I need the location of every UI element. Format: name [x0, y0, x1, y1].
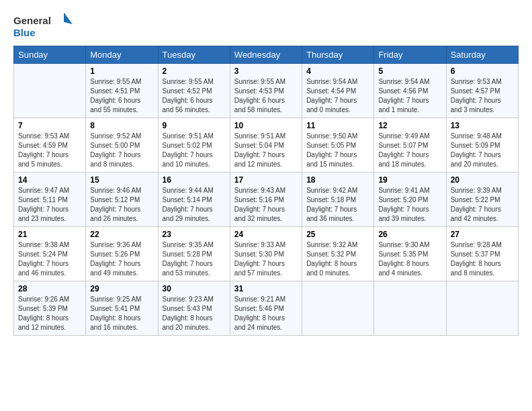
day-header-sunday: Sunday: [14, 46, 86, 64]
day-number: 8: [90, 121, 153, 130]
day-number: 22: [90, 230, 153, 239]
day-number: 17: [234, 175, 298, 185]
day-number: 13: [451, 121, 514, 130]
calendar-cell: 11Sunrise: 9:50 AM Sunset: 5:05 PM Dayli…: [302, 118, 374, 173]
day-number: 15: [90, 175, 153, 185]
day-header-wednesday: Wednesday: [230, 46, 302, 64]
week-row-1: 1Sunrise: 9:55 AM Sunset: 4:51 PM Daylig…: [14, 64, 519, 118]
calendar-cell: [446, 281, 518, 336]
logo-svg: General Blue: [13, 11, 74, 40]
day-info: Sunrise: 9:23 AM Sunset: 5:43 PM Dayligh…: [163, 295, 226, 332]
calendar-cell: 26Sunrise: 9:30 AM Sunset: 5:35 PM Dayli…: [374, 227, 446, 281]
calendar-cell: 30Sunrise: 9:23 AM Sunset: 5:43 PM Dayli…: [158, 281, 230, 336]
calendar-cell: 6Sunrise: 9:53 AM Sunset: 4:57 PM Daylig…: [446, 64, 518, 118]
week-row-2: 7Sunrise: 9:53 AM Sunset: 4:59 PM Daylig…: [14, 118, 519, 173]
day-number: 21: [18, 230, 81, 239]
day-header-thursday: Thursday: [302, 46, 374, 64]
calendar-cell: 29Sunrise: 9:25 AM Sunset: 5:41 PM Dayli…: [86, 281, 158, 336]
day-info: Sunrise: 9:30 AM Sunset: 5:35 PM Dayligh…: [378, 240, 441, 278]
calendar-cell: 28Sunrise: 9:26 AM Sunset: 5:39 PM Dayli…: [14, 281, 86, 336]
day-info: Sunrise: 9:53 AM Sunset: 4:59 PM Dayligh…: [18, 132, 81, 169]
day-number: 16: [163, 175, 226, 185]
calendar-cell: 16Sunrise: 9:44 AM Sunset: 5:14 PM Dayli…: [158, 173, 230, 227]
calendar-cell: 18Sunrise: 9:42 AM Sunset: 5:18 PM Dayli…: [302, 173, 374, 227]
calendar-cell: 5Sunrise: 9:54 AM Sunset: 4:56 PM Daylig…: [374, 64, 446, 118]
day-number: 29: [90, 284, 153, 293]
day-info: Sunrise: 9:49 AM Sunset: 5:07 PM Dayligh…: [378, 132, 441, 169]
calendar-cell: 4Sunrise: 9:54 AM Sunset: 4:54 PM Daylig…: [302, 64, 374, 118]
calendar-cell: 21Sunrise: 9:38 AM Sunset: 5:24 PM Dayli…: [14, 227, 86, 281]
day-number: 30: [163, 284, 226, 293]
day-number: 31: [234, 284, 298, 293]
day-info: Sunrise: 9:28 AM Sunset: 5:37 PM Dayligh…: [451, 240, 514, 278]
day-number: 5: [378, 66, 441, 76]
day-number: 7: [18, 121, 81, 130]
calendar-cell: [374, 281, 446, 336]
day-info: Sunrise: 9:33 AM Sunset: 5:30 PM Dayligh…: [234, 240, 298, 278]
day-info: Sunrise: 9:51 AM Sunset: 5:04 PM Dayligh…: [234, 132, 298, 169]
calendar-cell: 27Sunrise: 9:28 AM Sunset: 5:37 PM Dayli…: [446, 227, 518, 281]
calendar-cell: 22Sunrise: 9:36 AM Sunset: 5:26 PM Dayli…: [86, 227, 158, 281]
day-info: Sunrise: 9:55 AM Sunset: 4:52 PM Dayligh…: [163, 77, 226, 115]
day-info: Sunrise: 9:38 AM Sunset: 5:24 PM Dayligh…: [18, 240, 81, 278]
day-number: 24: [234, 230, 298, 239]
day-number: 10: [234, 121, 298, 130]
calendar-cell: 31Sunrise: 9:21 AM Sunset: 5:46 PM Dayli…: [230, 281, 302, 336]
day-info: Sunrise: 9:55 AM Sunset: 4:51 PM Dayligh…: [90, 77, 153, 115]
calendar-cell: 8Sunrise: 9:52 AM Sunset: 5:00 PM Daylig…: [86, 118, 158, 173]
day-number: 6: [451, 66, 514, 76]
day-info: Sunrise: 9:41 AM Sunset: 5:20 PM Dayligh…: [378, 186, 441, 224]
day-number: 14: [18, 175, 81, 185]
header-row: SundayMondayTuesdayWednesdayThursdayFrid…: [14, 46, 519, 64]
day-number: 2: [163, 66, 226, 76]
header: General Blue: [13, 11, 519, 40]
day-number: 20: [451, 175, 514, 185]
calendar-cell: 20Sunrise: 9:39 AM Sunset: 5:22 PM Dayli…: [446, 173, 518, 227]
day-info: Sunrise: 9:51 AM Sunset: 5:02 PM Dayligh…: [163, 132, 226, 169]
day-info: Sunrise: 9:26 AM Sunset: 5:39 PM Dayligh…: [18, 295, 81, 332]
day-number: 4: [306, 66, 369, 76]
day-info: Sunrise: 9:54 AM Sunset: 4:56 PM Dayligh…: [378, 77, 441, 115]
day-info: Sunrise: 9:52 AM Sunset: 5:00 PM Dayligh…: [90, 132, 153, 169]
calendar-cell: 10Sunrise: 9:51 AM Sunset: 5:04 PM Dayli…: [230, 118, 302, 173]
day-number: 25: [306, 230, 369, 239]
day-number: 18: [306, 175, 369, 185]
day-number: 1: [90, 66, 153, 76]
day-header-tuesday: Tuesday: [158, 46, 230, 64]
day-header-monday: Monday: [86, 46, 158, 64]
calendar-cell: 3Sunrise: 9:55 AM Sunset: 4:53 PM Daylig…: [230, 64, 302, 118]
week-row-4: 21Sunrise: 9:38 AM Sunset: 5:24 PM Dayli…: [14, 227, 519, 281]
calendar-cell: 17Sunrise: 9:43 AM Sunset: 5:16 PM Dayli…: [230, 173, 302, 227]
calendar-cell: 15Sunrise: 9:46 AM Sunset: 5:12 PM Dayli…: [86, 173, 158, 227]
day-number: 28: [18, 284, 81, 293]
day-number: 23: [163, 230, 226, 239]
day-info: Sunrise: 9:32 AM Sunset: 5:32 PM Dayligh…: [306, 240, 369, 278]
day-info: Sunrise: 9:25 AM Sunset: 5:41 PM Dayligh…: [90, 295, 153, 332]
svg-text:Blue: Blue: [13, 27, 36, 38]
calendar-cell: 12Sunrise: 9:49 AM Sunset: 5:07 PM Dayli…: [374, 118, 446, 173]
day-info: Sunrise: 9:43 AM Sunset: 5:16 PM Dayligh…: [234, 186, 298, 224]
calendar-cell: 23Sunrise: 9:35 AM Sunset: 5:28 PM Dayli…: [158, 227, 230, 281]
day-info: Sunrise: 9:21 AM Sunset: 5:46 PM Dayligh…: [234, 295, 298, 332]
day-number: 27: [451, 230, 514, 239]
svg-text:General: General: [13, 15, 51, 26]
day-number: 9: [163, 121, 226, 130]
day-info: Sunrise: 9:48 AM Sunset: 5:09 PM Dayligh…: [451, 132, 514, 169]
week-row-5: 28Sunrise: 9:26 AM Sunset: 5:39 PM Dayli…: [14, 281, 519, 336]
day-number: 12: [378, 121, 441, 130]
calendar-cell: 14Sunrise: 9:47 AM Sunset: 5:11 PM Dayli…: [14, 173, 86, 227]
day-number: 26: [378, 230, 441, 239]
day-number: 19: [378, 175, 441, 185]
day-header-friday: Friday: [374, 46, 446, 64]
day-header-saturday: Saturday: [446, 46, 518, 64]
calendar-cell: [302, 281, 374, 336]
day-info: Sunrise: 9:39 AM Sunset: 5:22 PM Dayligh…: [451, 186, 514, 224]
day-info: Sunrise: 9:47 AM Sunset: 5:11 PM Dayligh…: [18, 186, 81, 224]
page-container: General Blue SundayMondayTuesdayWednesda…: [0, 0, 532, 342]
calendar-table: SundayMondayTuesdayWednesdayThursdayFrid…: [13, 46, 519, 336]
day-info: Sunrise: 9:53 AM Sunset: 4:57 PM Dayligh…: [451, 77, 514, 115]
day-info: Sunrise: 9:42 AM Sunset: 5:18 PM Dayligh…: [306, 186, 369, 224]
calendar-cell: 19Sunrise: 9:41 AM Sunset: 5:20 PM Dayli…: [374, 173, 446, 227]
week-row-3: 14Sunrise: 9:47 AM Sunset: 5:11 PM Dayli…: [14, 173, 519, 227]
day-info: Sunrise: 9:46 AM Sunset: 5:12 PM Dayligh…: [90, 186, 153, 224]
